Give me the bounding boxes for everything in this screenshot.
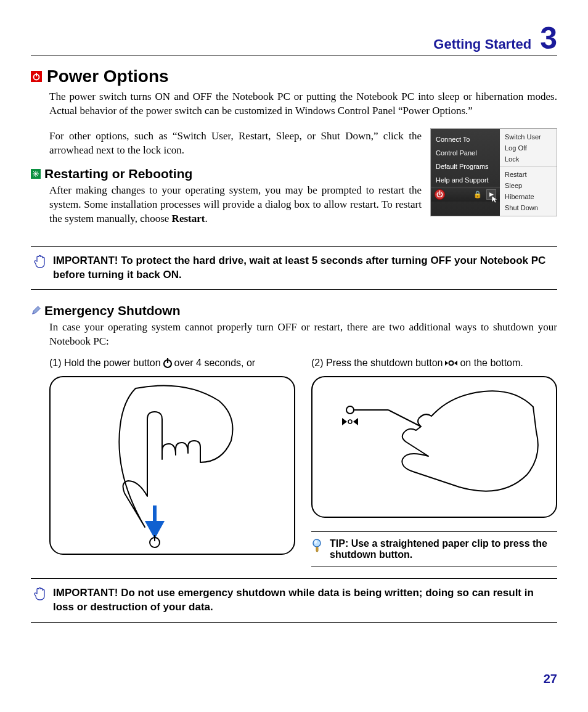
caption-text: over 4 seconds, or (174, 358, 256, 369)
callout-text: IMPORTANT! Do not use emergency shutdown… (53, 586, 557, 615)
svg-point-16 (314, 540, 317, 544)
page-header: Getting Started 3 (31, 25, 557, 55)
body-paragraph: For other options, such as “Switch User,… (49, 129, 422, 158)
menu-item: Default Programs (431, 160, 500, 173)
restart-square-icon (31, 169, 41, 179)
chapter-number: 3 (540, 25, 557, 52)
figure-caption: (2) Press the shutdown button on the bot… (311, 358, 557, 369)
subsection-heading: Restarting or Rebooting (44, 166, 192, 181)
tip-callout: TIP: Use a straightened paper clip to pr… (311, 531, 557, 567)
cursor-icon (492, 196, 499, 203)
section-heading: Power Options (47, 67, 169, 86)
page-number: 27 (31, 672, 557, 686)
arrow-icon: ▶ (486, 189, 496, 200)
subsection-heading: Emergency Shutdown (44, 303, 181, 318)
important-callout: IMPORTANT! Do not use emergency shutdown… (31, 578, 557, 623)
power-icon (162, 358, 173, 369)
bold-text: Restart (172, 213, 205, 224)
illustration-paperclip (311, 376, 557, 518)
body-paragraph: After making changes to your operating s… (49, 184, 422, 226)
body-paragraph: In case your operating system cannot pro… (49, 321, 557, 349)
menu-item: Hibernate (500, 191, 557, 202)
body-paragraph: The power switch turns ON and OFF the No… (49, 90, 557, 118)
power-square-icon (31, 71, 42, 82)
callout-text: IMPORTANT! To protect the hard drive, wa… (53, 254, 557, 282)
lock-icon: 🔒 (472, 189, 483, 200)
tip-text: TIP: Use a straightened paper clip to pr… (330, 538, 557, 560)
menu-flyout: Switch User Log Off Lock Restart Sleep H… (500, 129, 557, 216)
menu-item: Log Off (500, 142, 557, 153)
figure-caption: (1) Hold the power button over 4 seconds… (49, 358, 295, 369)
important-callout: IMPORTANT! To protect the hard drive, wa… (31, 246, 557, 290)
section-heading-row: Power Options (31, 67, 557, 86)
illustration-hold-power (49, 376, 295, 555)
menu-item: Connect To (431, 133, 500, 146)
caption-text: on the bottom. (460, 358, 523, 369)
svg-point-14 (348, 420, 352, 424)
menu-item: Switch User (500, 131, 557, 142)
menu-item: Sleep (500, 180, 557, 191)
magnifier-icon (311, 538, 324, 560)
menu-item: Shut Down (500, 202, 557, 213)
svg-point-15 (313, 539, 321, 547)
menu-item: Help and Support (431, 173, 500, 187)
text: . (205, 213, 207, 224)
text: After making changes to your operating s… (49, 184, 422, 224)
menu-bottom-bar: ⏻ 🔒 ▶ (431, 187, 500, 202)
power-icon: ⏻ (435, 189, 445, 200)
svg-point-13 (346, 406, 354, 414)
menu-item: Control Panel (431, 146, 500, 160)
header-title: Getting Started (433, 36, 531, 52)
hand-stop-icon (33, 254, 47, 272)
caption-text: (2) Press the shutdown button (311, 358, 443, 369)
caption-text: (1) Hold the power button (49, 358, 161, 369)
hand-stop-icon (33, 586, 47, 605)
menu-item: Lock (500, 153, 557, 165)
svg-point-11 (449, 361, 454, 366)
menu-left-column: Connect To Control Panel Default Program… (431, 129, 500, 216)
start-menu-screenshot: Connect To Control Panel Default Program… (430, 128, 557, 216)
pen-icon (31, 306, 41, 316)
svg-rect-17 (316, 547, 318, 552)
reset-hole-icon (444, 359, 459, 367)
menu-item: Restart (500, 169, 557, 180)
